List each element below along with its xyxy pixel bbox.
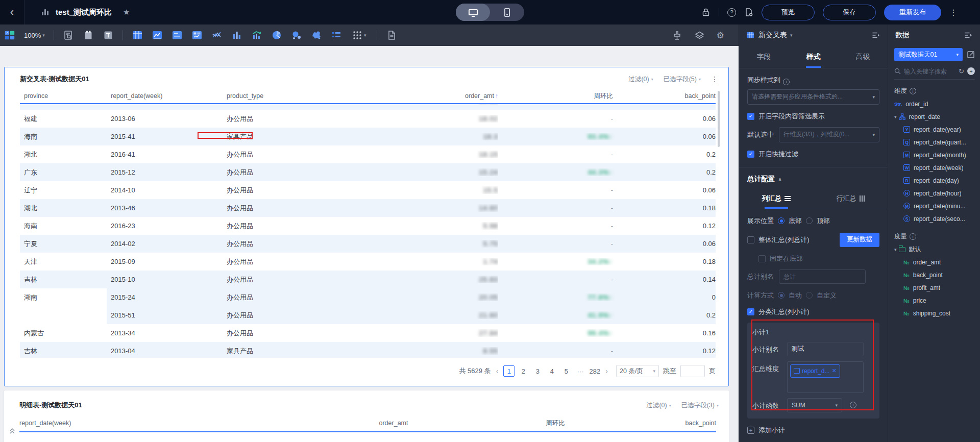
radio-bottom[interactable] [778,217,785,224]
total-alias-input[interactable] [779,269,866,284]
dimension-field-order_id[interactable]: Str.order_id [888,97,980,110]
trend-chart-icon[interactable] [251,30,262,41]
table-row[interactable]: 湖北2016-41办公用品18.15-0.2 [20,145,716,163]
page-2[interactable]: 2 [518,365,529,377]
table-row[interactable]: 海南2015-41家具产品18.393.4%↑0.06 [20,128,716,145]
collapse-panel-icon[interactable] [964,31,973,40]
crosstab-card[interactable]: 新交叉表-测试数据天01 过滤(0)▾ 已选字段(5)▾ ⋮ province … [4,67,729,386]
page-doc-icon[interactable] [386,30,397,41]
measure-group[interactable]: ▾ 默认 [888,243,980,256]
tab-advanced[interactable]: 高级 [838,46,888,68]
page-282[interactable]: 282 [589,365,600,377]
dimension-field-report_date[interactable]: ▾report_date [888,110,980,123]
card-menu-icon[interactable]: ⋮ [711,75,718,83]
table-row[interactable]: 新疆2014-52办公用品14.15-0.02 [20,104,716,110]
dimension-field-report_datemonth[interactable]: Mreport_date(month) [888,149,980,161]
collapse-panel-icon[interactable] [871,31,880,40]
more-menu-icon[interactable]: ⋮ [949,8,958,17]
doc-settings-icon[interactable] [744,8,753,17]
dimension-field-report_dateseco[interactable]: Sreport_date(seco... [888,212,980,225]
subtotal-dim-box[interactable]: report_d... ✕ [787,361,864,393]
crosstab-chart-icon[interactable] [132,30,143,41]
favorite-star-icon[interactable]: ★ [123,8,130,17]
dataset-select[interactable]: 测试数据天01▾ [894,48,963,61]
bubble-chart-icon[interactable] [291,30,302,41]
col-province[interactable]: province [20,92,107,100]
col-order-amt[interactable]: order_amt [291,420,496,427]
filter-control[interactable]: 过滤(0)▾ [646,401,671,410]
page-3[interactable]: 3 [532,365,543,377]
table-scrollbar[interactable] [718,91,720,147]
settings-gear-icon[interactable]: ⚙ [717,30,724,41]
jump-page-input[interactable] [680,365,705,377]
prev-page-icon[interactable]: ‹ [495,367,500,375]
help-icon[interactable]: ? [727,8,736,17]
table-row[interactable]: 2015-51办公用品21.6041.9%↑0.2 [20,306,716,324]
radio-custom[interactable] [806,292,813,299]
chevron-down-icon[interactable]: ▾ [790,33,793,38]
table-row[interactable]: 吉林2015-10办公用品25.83-0.14 [20,271,716,288]
chevron-down-icon[interactable]: ▾ [894,114,897,119]
table-row[interactable]: 内蒙古2013-34办公用品27.8499.4%↑0.16 [20,324,716,342]
selected-fields-control[interactable]: 已选字段(5)▾ [664,75,701,84]
line-chart-icon[interactable] [152,30,163,41]
dashboard-blocks-icon[interactable] [191,30,203,41]
mobile-toggle[interactable] [490,4,524,21]
checkbox-quick-filter[interactable]: ✓ [747,151,754,158]
more-charts-icon[interactable]: ▾ [351,30,368,41]
selected-fields-control[interactable]: 已选字段(3)▾ [681,401,719,410]
preview-button[interactable]: 预览 [762,5,815,20]
checkbox-overall-total[interactable] [747,236,754,243]
measure-field-order_amt[interactable]: №order_amt [888,256,980,268]
col-week[interactable]: report_date(week) [19,420,291,427]
measure-field-shipping_cost[interactable]: №shipping_cost [888,307,980,320]
collapse-card-icon[interactable] [9,427,15,434]
table-row[interactable]: 广东2015-12办公用品15.2444.3%↑0.2 [20,163,716,181]
subtotal-alias-input[interactable] [787,342,864,356]
table-row[interactable]: 海南2016-23办公用品5.98-0.12 [20,217,716,235]
subtotal-fn-select[interactable]: SUM▾ [787,398,842,412]
layers-icon[interactable] [694,30,705,41]
filter-control[interactable]: 过滤(0)▾ [628,75,653,84]
refresh-icon[interactable]: ↻ [959,67,964,75]
chevron-down-icon[interactable]: ▾ [894,247,897,252]
add-field-icon[interactable]: + [967,67,975,75]
app-grid-icon[interactable] [4,30,15,41]
col-back-point[interactable]: back_point [615,420,716,427]
radio-auto[interactable] [778,292,785,299]
back-button[interactable]: ‹ [0,0,24,24]
col-product[interactable]: product_type [223,92,350,100]
card-widget-icon[interactable] [172,30,183,41]
measure-field-profit_amt[interactable]: №profit_amt [888,281,980,294]
dimension-field-report_dateminu[interactable]: Mreport_date(minu... [888,200,980,212]
tab-row-total[interactable]: 行汇总 [814,189,888,209]
col-order-amt[interactable]: order_amt↑ [350,92,498,100]
next-page-icon[interactable]: › [604,367,609,375]
save-button[interactable]: 保存 [823,5,876,20]
dimension-field-report_datehour[interactable]: Hreport_date(hour) [888,187,980,200]
dimension-field-report_dateweek[interactable]: Wreport_date(week) [888,161,980,174]
desktop-toggle[interactable] [456,4,490,21]
checkbox-field-filter[interactable]: ✓ [747,113,754,120]
dimension-field-report_datequart[interactable]: Qreport_date(quart... [888,136,980,149]
table-row[interactable]: 吉林2013-04家具产品8.55-0.12 [20,342,716,358]
search-input[interactable] [904,68,955,75]
detail-card[interactable]: 明细表-测试数据天01 过滤(0)▾ 已选字段(3)▾ report_date(… [4,390,729,442]
clipboard-icon[interactable] [83,30,94,41]
combo-chart-icon[interactable] [211,30,223,41]
dimension-field-report_dateday[interactable]: Dreport_date(day) [888,174,980,187]
table-row[interactable]: 天津2015-09办公用品1.7434.2%↑0.18 [20,253,716,271]
total-config-section[interactable]: 总计配置∧ [747,175,879,184]
pie-chart-icon[interactable] [271,30,282,41]
page-5[interactable]: 5 [560,365,572,377]
col-back-point[interactable]: back_point [667,92,716,100]
measure-field-back_point[interactable]: №back_point [888,268,980,281]
col-week[interactable]: report_date(week) [107,92,223,100]
page-ellipsis[interactable]: ··· [575,365,586,377]
format-brush-icon[interactable] [672,30,683,41]
add-subtotal-button[interactable]: + 添加小计 [747,426,879,435]
radio-top[interactable] [806,217,813,224]
checkbox-fix-bottom[interactable] [758,255,766,262]
page-4[interactable]: 4 [546,365,557,377]
tab-style[interactable]: 样式 [789,46,838,68]
